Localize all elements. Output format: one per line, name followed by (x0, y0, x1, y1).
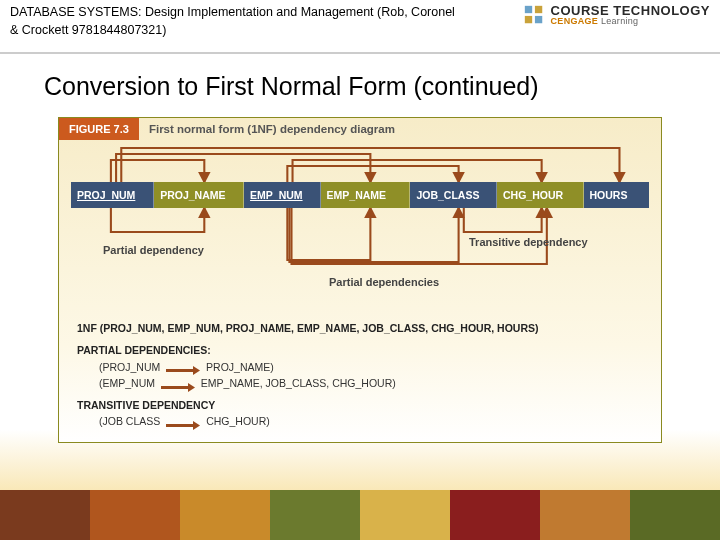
figure-caption: First normal form (1NF) dependency diagr… (139, 118, 405, 140)
nf-definition: 1NF (PROJ_NUM, EMP_NUM, PROJ_NAME, EMP_N… (77, 320, 647, 336)
column-row: PROJ_NUM PROJ_NAME EMP_NUM EMP_NAME JOB_… (71, 182, 649, 208)
brand-text: COURSE TECHNOLOGY CENGAGE Learning (551, 4, 710, 26)
brand-line2: CENGAGE Learning (551, 17, 710, 26)
brand-icon (523, 4, 545, 26)
transitive-dependency-section: TRANSITIVE DEPENDENCY (JOB CLASS CHG_HOU… (77, 397, 647, 430)
book-reference: DATABASE SYSTEMS: Design Implementation … (10, 4, 460, 39)
slide-header: DATABASE SYSTEMS: Design Implementation … (0, 0, 720, 54)
brand-block: COURSE TECHNOLOGY CENGAGE Learning (523, 4, 710, 26)
label-partial-dependencies: Partial dependencies (329, 276, 439, 288)
dependency-diagram: PROJ_NUM PROJ_NAME EMP_NUM EMP_NAME JOB_… (59, 140, 661, 310)
label-partial-dependency: Partial dependency (103, 244, 204, 256)
footer-image-band (0, 490, 720, 540)
slide-title: Conversion to First Normal Form (continu… (0, 54, 720, 117)
col-emp-name: EMP_NAME (321, 182, 411, 208)
col-job-class: JOB_CLASS (410, 182, 497, 208)
partial-dependencies-section: PARTIAL DEPENDENCIES: (PROJ_NUM PROJ_NAM… (77, 342, 647, 391)
svg-rect-1 (534, 6, 541, 13)
svg-rect-0 (524, 6, 531, 13)
arrow-right-icon (166, 418, 200, 427)
svg-rect-3 (534, 16, 541, 23)
svg-rect-2 (524, 16, 531, 23)
col-chg-hour: CHG_HOUR (497, 182, 584, 208)
arrow-right-icon (161, 380, 195, 389)
arrow-right-icon (166, 363, 200, 372)
col-hours: HOURS (584, 182, 649, 208)
figure-panel: FIGURE 7.3 First normal form (1NF) depen… (58, 117, 662, 443)
figure-header: FIGURE 7.3 First normal form (1NF) depen… (59, 118, 661, 140)
figure-notes: 1NF (PROJ_NUM, EMP_NUM, PROJ_NAME, EMP_N… (59, 310, 661, 442)
col-proj-num: PROJ_NUM (71, 182, 154, 208)
col-proj-name: PROJ_NAME (154, 182, 244, 208)
col-emp-num: EMP_NUM (244, 182, 321, 208)
figure-badge: FIGURE 7.3 (59, 118, 139, 140)
label-transitive-dependency: Transitive dependency (469, 236, 588, 248)
